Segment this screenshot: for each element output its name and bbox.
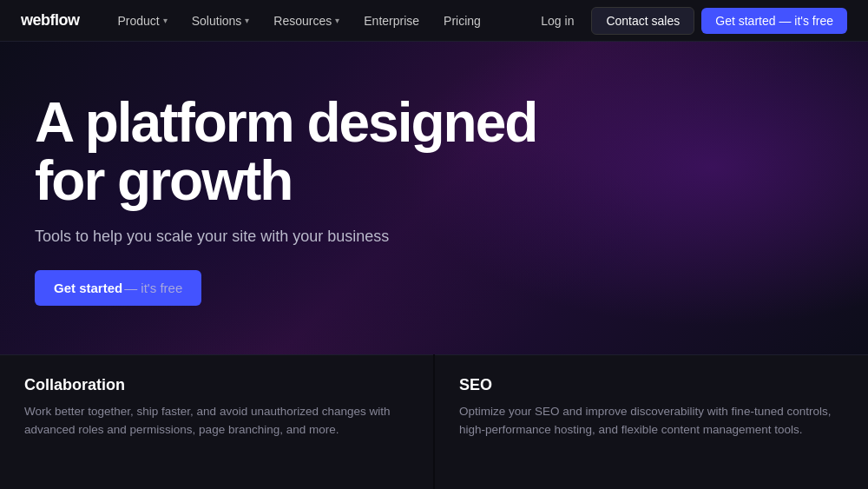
nav-actions: Log in Contact sales Get started — it's … (530, 7, 847, 35)
nav-enterprise[interactable]: Enterprise (353, 9, 430, 33)
collaboration-title: Collaboration (24, 376, 409, 394)
nav-pricing[interactable]: Pricing (433, 9, 491, 33)
seo-text: Optimize your SEO and improve discoverab… (459, 403, 844, 439)
seo-card: SEO Optimize your SEO and improve discov… (435, 354, 868, 489)
chevron-down-icon: ▾ (335, 16, 339, 25)
hero-section: A platform designed for growth Tools to … (0, 42, 868, 354)
nav-solutions[interactable]: Solutions ▾ (181, 9, 260, 33)
brand-logo[interactable]: webflow (21, 11, 80, 30)
collaboration-card: Collaboration Work better together, ship… (0, 354, 433, 489)
hero-subtitle: Tools to help you scale your site with y… (35, 228, 556, 246)
hero-cta-button[interactable]: Get started— it's free (35, 270, 201, 306)
navbar: webflow Product ▾ Solutions ▾ Resources … (0, 0, 868, 42)
seo-title: SEO (459, 376, 844, 394)
nav-links: Product ▾ Solutions ▾ Resources ▾ Enterp… (108, 9, 531, 33)
get-started-nav-button[interactable]: Get started — it's free (701, 8, 847, 34)
hero-content: A platform designed for growth Tools to … (35, 94, 556, 306)
hero-title: A platform designed for growth (35, 94, 556, 210)
nav-product[interactable]: Product ▾ (108, 9, 178, 33)
collaboration-text: Work better together, ship faster, and a… (24, 403, 409, 439)
chevron-down-icon: ▾ (245, 16, 249, 25)
feature-cards: Collaboration Work better together, ship… (0, 354, 868, 489)
contact-sales-button[interactable]: Contact sales (591, 7, 694, 35)
chevron-down-icon: ▾ (163, 16, 168, 25)
login-button[interactable]: Log in (530, 9, 584, 33)
nav-resources[interactable]: Resources ▾ (263, 9, 350, 33)
